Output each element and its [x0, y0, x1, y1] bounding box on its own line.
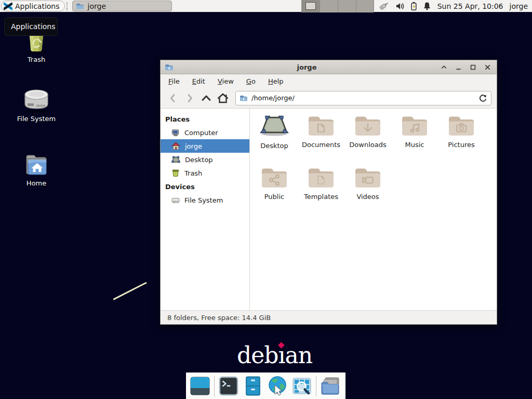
shade-button[interactable]: [440, 63, 448, 71]
window-titlebar[interactable]: jorge: [161, 60, 497, 74]
taskbar-window-button[interactable]: jorge: [72, 1, 172, 11]
path-bar[interactable]: /home/jorge/: [235, 91, 491, 105]
folder-item-desktop[interactable]: Desktop: [251, 109, 298, 161]
forward-button[interactable]: [181, 90, 198, 106]
menu-go[interactable]: Go: [246, 77, 256, 85]
folder-item-public[interactable]: Public: [251, 161, 298, 212]
window-title: jorge: [174, 63, 440, 71]
dock-separator: [214, 376, 215, 396]
notifications-bell-icon[interactable]: [423, 2, 431, 10]
document-glyph: [307, 114, 335, 137]
path-input[interactable]: /home/jorge/: [251, 94, 475, 102]
sidebar-item-trash[interactable]: Trash: [161, 166, 249, 180]
folder-item-templates[interactable]: Templates: [298, 161, 344, 212]
trash-icon: [171, 169, 180, 177]
dock-app-finder-button[interactable]: [291, 375, 312, 397]
xfce-applications-icon: [4, 2, 12, 10]
applications-menu-button[interactable]: Applications: [1, 1, 65, 11]
file-manager-window: jorge File Edit View Go Help: [160, 60, 497, 325]
dock-file-cabinet-button[interactable]: [243, 375, 263, 397]
template-glyph: [307, 166, 335, 189]
sidebar: Places Computer jorge: [161, 109, 250, 310]
menubar: File Edit View Go Help: [161, 74, 497, 88]
share-glyph: [260, 166, 288, 189]
folder-item-music[interactable]: Music: [391, 109, 438, 161]
sidebar-item-jorge[interactable]: jorge: [161, 139, 249, 153]
window-content: Places Computer jorge: [161, 109, 497, 310]
toolbar: /home/jorge/: [161, 88, 497, 109]
network-cable-icon[interactable]: [378, 1, 390, 11]
desktop-icon-file-system[interactable]: File System: [11, 87, 61, 123]
desktop-icon-home[interactable]: Home: [11, 153, 61, 187]
sidebar-item-file-system[interactable]: File System: [161, 193, 249, 207]
file-cabinet-icon: [243, 376, 263, 396]
folder-icon: [76, 3, 84, 10]
sidebar-header-places: Places: [161, 112, 249, 126]
maximize-button[interactable]: [469, 63, 477, 71]
folder-item-documents[interactable]: Documents: [298, 109, 344, 161]
minimize-button[interactable]: [455, 63, 462, 71]
workspace-switcher: [301, 0, 374, 12]
workspace-1[interactable]: [301, 0, 320, 12]
menu-view[interactable]: View: [218, 77, 234, 85]
download-arrow-glyph: [354, 114, 382, 137]
menu-edit[interactable]: Edit: [192, 77, 205, 85]
window-folder-icon: [165, 63, 174, 71]
desktop-icon-label: Home: [26, 179, 46, 187]
workspace-4[interactable]: [356, 0, 374, 12]
folder-view[interactable]: Desktop Documents: [250, 109, 497, 310]
web-browser-icon: [267, 376, 288, 396]
menu-file[interactable]: File: [168, 77, 180, 85]
workspace-window-preview: [305, 2, 316, 10]
status-text: 8 folders, Free space: 14.4 GiB: [167, 314, 271, 322]
workspace-3[interactable]: [338, 0, 356, 12]
sidebar-item-computer[interactable]: Computer: [161, 126, 249, 139]
volume-icon[interactable]: [395, 2, 405, 10]
folder-item-downloads[interactable]: Downloads: [344, 109, 391, 161]
applications-menu-label: Applications: [15, 2, 60, 10]
reload-icon[interactable]: [478, 94, 487, 102]
camera-glyph: [447, 114, 475, 137]
panel-clock[interactable]: Sun 25 Apr, 10:06: [437, 2, 503, 10]
battery-charging-icon[interactable]: [410, 2, 417, 11]
folder-item-videos[interactable]: Videos: [344, 161, 391, 212]
close-button[interactable]: [484, 63, 491, 71]
dock-separator: [316, 376, 316, 396]
desktop: Applications jorge: [0, 0, 532, 399]
up-button[interactable]: [198, 90, 215, 106]
folder-item-pictures[interactable]: Pictures: [438, 109, 485, 161]
path-folder-icon: [240, 95, 248, 102]
applications-tooltip-text: Applications: [11, 22, 56, 31]
folder-grid: Desktop Documents: [251, 109, 490, 212]
dock-show-desktop-button[interactable]: [190, 375, 210, 397]
desktop-icon-label: File System: [17, 115, 56, 123]
sidebar-item-desktop[interactable]: Desktop: [161, 153, 249, 166]
panel-user-menu[interactable]: jorge: [510, 2, 528, 10]
sidebar-item-label: Trash: [184, 169, 202, 177]
home-folder-icon: [23, 153, 50, 178]
desktop-icon-label: Trash: [28, 56, 45, 63]
wallpaper-line-artifact: [113, 282, 147, 300]
debian-logo: debıan: [237, 342, 312, 368]
back-button[interactable]: [165, 90, 181, 106]
file-manager-icon: [320, 376, 341, 396]
drive-icon: [171, 196, 180, 204]
sidebar-item-label: File System: [184, 196, 223, 204]
dock-panel: [186, 373, 345, 399]
sidebar-header-devices: Devices: [161, 180, 249, 193]
workspace-2[interactable]: [320, 0, 338, 12]
home-button[interactable]: [215, 90, 231, 106]
dock-file-manager-button[interactable]: [320, 375, 341, 397]
menu-help[interactable]: Help: [268, 77, 284, 85]
music-notes-glyph: [401, 114, 429, 137]
video-camera-glyph: [354, 166, 382, 189]
dock-web-browser-button[interactable]: [267, 375, 288, 397]
dock-terminal-button[interactable]: [218, 375, 239, 397]
top-panel: Applications jorge: [0, 0, 532, 12]
panel-drag-handle[interactable]: [66, 2, 70, 10]
system-tray: [378, 1, 431, 11]
desktop-icon: [171, 156, 180, 164]
hard-drive-icon: [22, 87, 50, 113]
sidebar-item-label: Desktop: [185, 156, 213, 164]
home-icon: [171, 142, 180, 150]
